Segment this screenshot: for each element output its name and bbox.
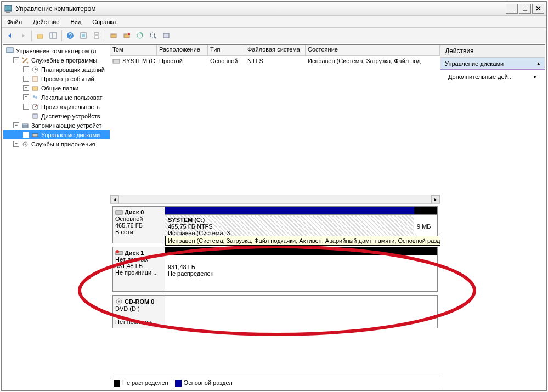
window-frame: Управление компьютером _ □ ✕ Файл Действ… (1, 1, 547, 391)
hscrollbar[interactable]: ◄ ► (110, 195, 440, 203)
disk0-row[interactable]: Диск 0 Основной 465,76 ГБ В сети SYSTEM … (112, 206, 438, 243)
svg-rect-3 (50, 33, 57, 38)
expand-icon[interactable]: + (23, 76, 29, 82)
minimize-button[interactable]: _ (506, 4, 518, 14)
tool-button-1[interactable] (108, 30, 120, 42)
expand-icon[interactable]: + (23, 66, 29, 72)
scroll-right-icon[interactable]: ► (431, 195, 440, 203)
col-type[interactable]: Тип (208, 45, 245, 55)
part-size: 465,75 ГБ NTFS (168, 223, 213, 230)
tree-root[interactable]: Управление компьютером (л (3, 46, 110, 55)
expand-icon[interactable]: + (23, 94, 29, 100)
expand-icon[interactable]: + (13, 141, 19, 147)
expand-icon[interactable]: + (23, 85, 29, 91)
tree-performance[interactable]: + Производительность (3, 102, 110, 111)
cdrom-row[interactable]: CD-ROM 0 DVD (D:) Нет носителя (112, 295, 438, 328)
part-header-unalloc (414, 207, 437, 214)
disk1-part1[interactable]: 931,48 ГБ Не распределен (165, 255, 437, 291)
part-size: 931,48 ГБ (168, 264, 195, 270)
svg-rect-1 (6, 12, 10, 13)
users-icon (31, 93, 39, 102)
svg-rect-24 (32, 87, 38, 90)
properties-button[interactable] (91, 30, 103, 42)
menu-file[interactable]: Файл (2, 16, 27, 27)
table-row[interactable]: SYSTEM (C:) Простой Основной NTFS Исправ… (110, 56, 440, 66)
menu-view[interactable]: Вид (65, 16, 87, 27)
svg-rect-29 (33, 114, 37, 118)
show-hide-tree-button[interactable] (47, 30, 59, 42)
disk0-state: В сети (115, 229, 162, 235)
svg-line-17 (154, 37, 156, 38)
part-name: SYSTEM (C:) (168, 217, 205, 223)
collapse-icon[interactable]: − (13, 122, 19, 128)
svg-rect-12 (111, 34, 116, 38)
cdrom-state: Нет носителя (115, 319, 162, 325)
maximize-button[interactable]: □ (519, 4, 531, 14)
cell-layout: Простой (157, 58, 208, 64)
svg-rect-8 (82, 34, 85, 37)
tree-eventviewer[interactable]: + Просмотр событий (3, 74, 110, 83)
storage-icon (21, 121, 30, 130)
tree-devmgr[interactable]: Диспетчер устройств (3, 111, 110, 121)
part-size: 9 МБ (417, 223, 431, 230)
cdrom-icon (115, 298, 123, 305)
tree-scheduler[interactable]: + Планировщик заданий (3, 65, 110, 74)
tree-label: Управление дисками (41, 132, 100, 138)
tree-diskmgmt[interactable]: Управление дисками (3, 130, 110, 139)
tree-sharedfolders[interactable]: + Общие папки (3, 83, 110, 93)
tree-label: Производительность (41, 104, 100, 110)
help-button[interactable]: ? (64, 30, 76, 42)
menu-help[interactable]: Справка (87, 16, 121, 27)
close-button[interactable]: ✕ (532, 4, 544, 14)
tool-button-3[interactable] (134, 30, 146, 42)
col-status[interactable]: Состояние (306, 45, 440, 55)
disk1-row[interactable]: Диск 1 Нет данных 931,48 ГБ Не проиници.… (112, 247, 438, 292)
col-volume[interactable]: Том (110, 45, 157, 55)
tool-button-5[interactable] (160, 30, 172, 42)
menubar: Файл Действие Вид Справка (2, 16, 546, 28)
app-icon (4, 4, 13, 13)
table-header: Том Расположение Тип Файловая система Со… (110, 45, 440, 56)
tree-pane: Управление компьютером (л − Служебные пр… (3, 45, 110, 389)
disk1-state: Не проиници... (115, 269, 162, 276)
computer-icon (5, 47, 14, 55)
part-header-unalloc (165, 247, 437, 255)
scroll-left-icon[interactable]: ◄ (110, 195, 119, 203)
svg-point-26 (35, 96, 37, 99)
tool-button-4[interactable] (147, 30, 159, 42)
table-body: SYSTEM (C:) Простой Основной NTFS Исправ… (110, 56, 440, 195)
disk0-size: 465,76 ГБ (115, 222, 162, 229)
tool-button-2[interactable] (121, 30, 133, 42)
actions-more[interactable]: Дополнительные дей... ▸ (440, 70, 545, 83)
titlebar[interactable]: Управление компьютером _ □ ✕ (2, 2, 546, 16)
disk1-name: Диск 1 (125, 249, 144, 256)
forward-button[interactable] (17, 30, 29, 42)
up-button[interactable] (34, 30, 46, 42)
event-icon (31, 75, 39, 83)
disk-graphic-area: Диск 0 Основной 465,76 ГБ В сети SYSTEM … (110, 204, 440, 377)
cdrom-partitions (165, 296, 437, 328)
svg-rect-19 (7, 48, 13, 53)
actions-section[interactable]: Управление дисками ▴ (440, 58, 545, 70)
collapse-up-icon: ▴ (537, 60, 540, 67)
tree-label: Общие папки (41, 85, 78, 92)
refresh-button[interactable] (77, 30, 89, 42)
tree-services[interactable]: + Службы и приложения (3, 139, 110, 149)
tree-users[interactable]: + Локальные пользоват (3, 93, 110, 102)
back-button[interactable] (4, 30, 16, 42)
cell-status: Исправен (Система, Загрузка, Файл под (306, 58, 440, 64)
collapse-icon[interactable]: − (13, 57, 19, 63)
col-fs[interactable]: Файловая система (245, 45, 306, 55)
tree-label: Служебные программы (31, 57, 97, 64)
svg-point-14 (128, 33, 130, 35)
disk1-size: 931,48 ГБ (115, 263, 162, 269)
tree-systools[interactable]: − Служебные программы (3, 55, 110, 65)
svg-text:?: ? (69, 32, 72, 39)
disk0-name: Диск 0 (125, 209, 144, 215)
expand-icon[interactable]: + (23, 104, 29, 110)
disk0-kind: Основной (115, 215, 162, 222)
menu-action[interactable]: Действие (27, 16, 65, 27)
svg-rect-2 (37, 35, 43, 38)
tree-storage[interactable]: − Запоминающие устройст (3, 121, 110, 130)
col-layout[interactable]: Расположение (157, 45, 208, 55)
